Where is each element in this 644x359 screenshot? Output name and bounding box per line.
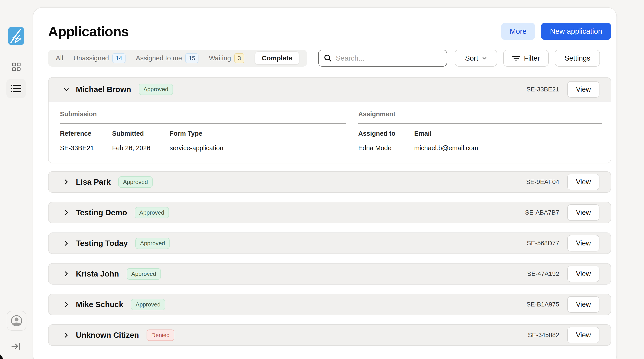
view-button[interactable]: View [567, 296, 600, 313]
view-button[interactable]: View [567, 327, 600, 343]
logo-a-icon [10, 29, 22, 43]
new-application-button[interactable]: New application [541, 23, 611, 40]
reference-code: SE-47A192 [527, 270, 559, 277]
application-card-expanded: Michael Brown Approved SE-33BE21 View Su… [48, 77, 611, 163]
search-icon [324, 54, 332, 62]
tab-all[interactable]: All [56, 54, 63, 62]
chevron-right-icon[interactable] [63, 179, 70, 185]
tab-waiting[interactable]: Waiting 3 [209, 53, 244, 63]
assigned-to-value: Edna Mode [358, 144, 414, 152]
applications-panel: Applications More New application All Un… [33, 7, 617, 359]
sidebar [0, 0, 33, 359]
toolbar: All Unassigned 14 Assigned to me 15 Wait… [48, 50, 611, 67]
view-button[interactable]: View [567, 174, 600, 190]
reference-code: SE-9EAF04 [526, 178, 559, 186]
status-badge: Denied [146, 330, 174, 341]
chevron-right-icon[interactable] [63, 209, 70, 216]
chevron-right-icon[interactable] [63, 240, 70, 247]
assigned-count-badge: 15 [185, 53, 198, 63]
tab-assigned-to-me[interactable]: Assigned to me 15 [136, 53, 199, 63]
form-type-value: service-application [170, 144, 346, 152]
page-title: Applications [48, 23, 129, 39]
applicant-name: Testing Demo [76, 208, 127, 217]
status-filter-tabs: All Unassigned 14 Assigned to me 15 Wait… [48, 50, 307, 67]
status-badge: Approved [118, 176, 152, 188]
tab-unassigned[interactable]: Unassigned 14 [74, 53, 125, 63]
applicant-name: Testing Today [76, 239, 128, 248]
email-value: michael.b@email.com [414, 144, 602, 152]
application-row[interactable]: Testing Today Approved SE-568D77 View [48, 233, 611, 254]
assignment-section: Assignment Assigned to Email Edna Mode m… [358, 110, 602, 152]
reference-value: SE-33BE21 [60, 144, 112, 152]
sidebar-item-applications-list[interactable] [6, 79, 26, 98]
unassigned-count-badge: 14 [112, 53, 126, 63]
applicant-name: Mike Schuck [76, 300, 123, 309]
header-actions: More New application [501, 23, 611, 40]
assignment-heading: Assignment [358, 110, 602, 118]
application-row[interactable]: Unknown Citizen Denied SE-345882 View [48, 324, 611, 346]
chevron-down-icon [482, 55, 487, 61]
applicant-name: Lisa Park [76, 177, 111, 186]
status-badge: Approved [135, 207, 169, 218]
reference-code: SE-33BE21 [526, 86, 559, 93]
user-avatar-button[interactable] [7, 311, 26, 331]
column-header: Reference [60, 130, 112, 137]
column-header: Assigned to [358, 130, 414, 137]
search-input[interactable] [336, 54, 441, 62]
grid-icon [12, 63, 20, 71]
applicant-name: Krista John [76, 269, 119, 278]
application-row[interactable]: Lisa Park Approved SE-9EAF04 View [48, 171, 611, 193]
chevron-right-icon[interactable] [63, 332, 70, 339]
chevron-right-icon[interactable] [63, 301, 70, 308]
more-button[interactable]: More [501, 23, 535, 40]
chevron-right-icon[interactable] [63, 271, 70, 277]
sidebar-expand-button[interactable] [11, 341, 22, 352]
view-button[interactable]: View [567, 204, 600, 221]
view-button[interactable]: View [567, 81, 600, 98]
view-button[interactable]: View [567, 266, 600, 282]
status-badge: Approved [131, 299, 165, 310]
status-badge: Approved [127, 268, 161, 280]
search-box [318, 50, 447, 67]
submission-heading: Submission [60, 110, 346, 118]
column-header: Email [414, 130, 602, 137]
settings-button[interactable]: Settings [555, 50, 600, 67]
sort-button[interactable]: Sort [455, 50, 497, 67]
application-row-header[interactable]: Michael Brown Approved SE-33BE21 View [48, 77, 611, 101]
status-badge: Approved [139, 84, 173, 95]
applicant-name: Unknown Citizen [76, 331, 139, 340]
chevron-down-icon[interactable] [63, 86, 70, 93]
column-header: Submitted [112, 130, 170, 137]
filter-button[interactable]: Filter [503, 50, 549, 67]
status-badge: Approved [136, 238, 170, 249]
reference-code: SE-B1A975 [526, 301, 559, 308]
sidebar-item-dashboard[interactable] [12, 63, 20, 71]
application-details: Submission Reference Submitted Form Type… [48, 101, 611, 163]
list-icon [11, 84, 21, 93]
tab-complete[interactable]: Complete [255, 51, 300, 65]
waiting-count-badge: 3 [234, 53, 244, 63]
reference-code: SE-ABA7B7 [525, 209, 559, 216]
divider [60, 123, 346, 124]
application-row[interactable]: Mike Schuck Approved SE-B1A975 View [48, 294, 611, 315]
applicant-name: Michael Brown [76, 85, 131, 94]
application-row[interactable]: Testing Demo Approved SE-ABA7B7 View [48, 202, 611, 223]
submitted-value: Feb 26, 2026 [112, 144, 170, 152]
reference-code: SE-568D77 [527, 240, 559, 247]
column-header: Form Type [170, 130, 346, 137]
filter-lines-icon [512, 55, 520, 61]
submission-section: Submission Reference Submitted Form Type… [60, 110, 346, 152]
view-button[interactable]: View [567, 235, 600, 252]
avatar-icon [11, 315, 22, 327]
corner-artifact [0, 354, 4, 359]
reference-code: SE-345882 [528, 332, 559, 339]
page-header: Applications More New application [48, 23, 611, 40]
arrow-to-bar-icon [12, 341, 21, 351]
applications-list: Michael Brown Approved SE-33BE21 View Su… [48, 77, 611, 346]
application-row[interactable]: Krista John Approved SE-47A192 View [48, 263, 611, 285]
app-logo[interactable] [8, 27, 24, 45]
divider [358, 123, 602, 124]
